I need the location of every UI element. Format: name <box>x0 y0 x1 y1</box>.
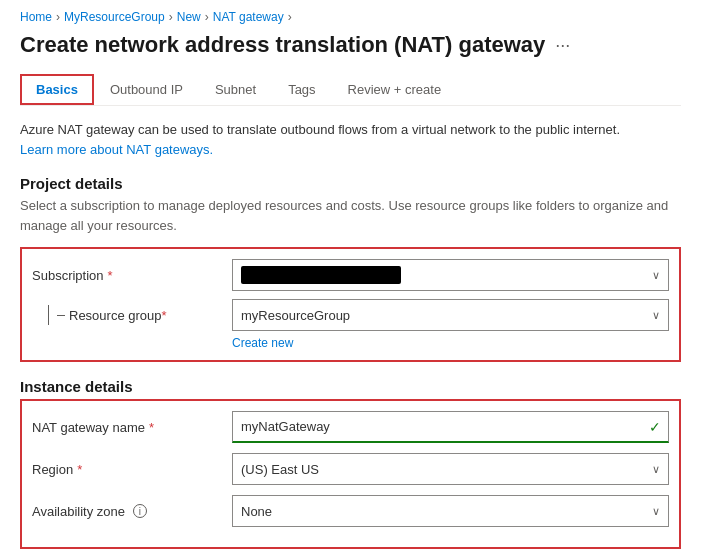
breadcrumb-nat-gateway[interactable]: NAT gateway <box>213 10 284 24</box>
subscription-redacted <box>241 266 401 284</box>
tab-outbound-ip[interactable]: Outbound IP <box>94 74 199 105</box>
availability-zone-chevron-icon: ∨ <box>652 505 660 518</box>
instance-details-title: Instance details <box>20 378 681 395</box>
rg-vert-line <box>48 305 49 325</box>
region-row: Region * (US) East US ∨ <box>32 453 669 485</box>
breadcrumb-resource-group[interactable]: MyResourceGroup <box>64 10 165 24</box>
availability-zone-label: Availability zone i <box>32 504 232 519</box>
region-required: * <box>77 462 82 477</box>
tab-basics[interactable]: Basics <box>20 74 94 105</box>
resource-group-row: Resource group * myResourceGroup ∨ <box>32 299 669 331</box>
description-text: Azure NAT gateway can be used to transla… <box>20 120 681 159</box>
availability-zone-dropdown[interactable]: None ∨ <box>232 495 669 527</box>
nat-gateway-name-label: NAT gateway name * <box>32 420 232 435</box>
tab-subnet[interactable]: Subnet <box>199 74 272 105</box>
subscription-label: Subscription * <box>32 268 232 283</box>
breadcrumb-home[interactable]: Home <box>20 10 52 24</box>
tab-review-create[interactable]: Review + create <box>332 74 458 105</box>
subscription-chevron-icon: ∨ <box>652 269 660 282</box>
region-value: (US) East US <box>241 462 319 477</box>
nat-gateway-name-row: NAT gateway name * ✓ <box>32 411 669 443</box>
tab-tags[interactable]: Tags <box>272 74 331 105</box>
breadcrumb: Home › MyResourceGroup › New › NAT gatew… <box>20 10 681 24</box>
breadcrumb-new[interactable]: New <box>177 10 201 24</box>
resource-group-label: Resource group * <box>32 305 232 325</box>
learn-more-link[interactable]: Learn more about NAT gateways. <box>20 142 213 157</box>
availability-zone-info-icon[interactable]: i <box>133 504 147 518</box>
project-details-title: Project details <box>20 175 681 192</box>
region-label: Region * <box>32 462 232 477</box>
resource-group-value: myResourceGroup <box>241 308 350 323</box>
availability-zone-control: None ∨ <box>232 495 669 527</box>
tabs: Basics Outbound IP Subnet Tags Review + … <box>20 74 681 106</box>
subscription-dropdown[interactable]: ∨ <box>232 259 669 291</box>
subscription-row: Subscription * ∨ <box>32 259 669 291</box>
nat-gateway-name-control: ✓ <box>232 411 669 443</box>
project-details-desc: Select a subscription to manage deployed… <box>20 196 681 235</box>
project-details-box: Subscription * ∨ Resource group * <box>20 247 681 362</box>
resource-group-chevron-icon: ∨ <box>652 309 660 322</box>
resource-group-control: myResourceGroup ∨ <box>232 299 669 331</box>
instance-details-box: NAT gateway name * ✓ Region * (US) East … <box>20 399 681 549</box>
more-options-icon[interactable]: ··· <box>555 35 570 56</box>
valid-check-icon: ✓ <box>649 419 661 435</box>
resource-group-dropdown[interactable]: myResourceGroup ∨ <box>232 299 669 331</box>
subscription-control: ∨ <box>232 259 669 291</box>
availability-zone-row: Availability zone i None ∨ <box>32 495 669 527</box>
rg-horiz-line <box>57 315 65 316</box>
nat-gateway-name-input[interactable] <box>232 411 669 443</box>
region-chevron-icon: ∨ <box>652 463 660 476</box>
region-control: (US) East US ∨ <box>232 453 669 485</box>
region-dropdown[interactable]: (US) East US ∨ <box>232 453 669 485</box>
subscription-required: * <box>108 268 113 283</box>
availability-zone-value: None <box>241 504 272 519</box>
page-title: Create network address translation (NAT)… <box>20 32 545 58</box>
create-new-link[interactable]: Create new <box>232 336 293 350</box>
resource-group-required: * <box>162 308 167 323</box>
nat-name-required: * <box>149 420 154 435</box>
